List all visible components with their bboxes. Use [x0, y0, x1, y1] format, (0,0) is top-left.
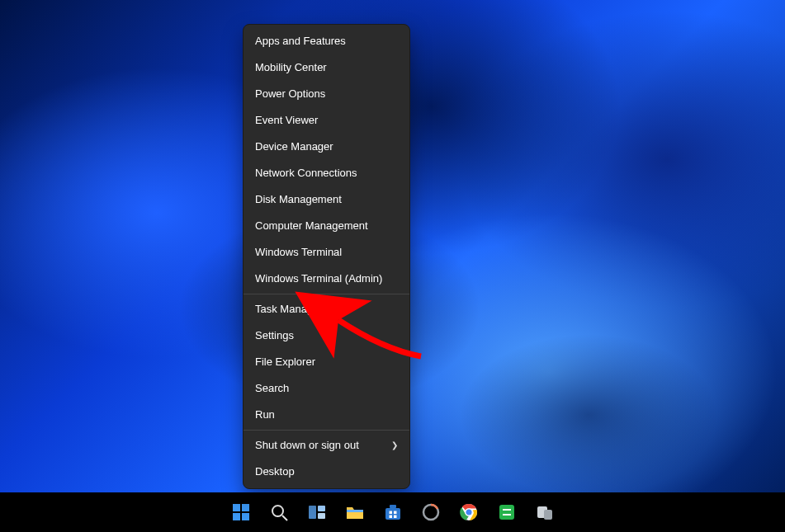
svg-rect-15: [394, 516, 397, 519]
ctx-item-label: Disk Management: [255, 193, 342, 205]
ctx-item-label: Network Connections: [255, 167, 357, 179]
ctx-item-windows-terminal-admin[interactable]: Windows Terminal (Admin): [244, 266, 409, 292]
ctx-item-label: Desktop: [255, 465, 295, 478]
ctx-separator: [244, 294, 409, 294]
ctx-item-label: Settings: [255, 329, 294, 341]
ctx-item-run[interactable]: Run: [244, 402, 409, 428]
svg-rect-20: [499, 505, 514, 520]
svg-rect-1: [242, 504, 249, 511]
ctx-item-apps-and-features[interactable]: Apps and Features: [244, 28, 409, 54]
ctx-item-event-viewer[interactable]: Event Viewer: [244, 107, 409, 134]
ctx-item-label: Apps and Features: [255, 35, 346, 47]
svg-point-4: [272, 506, 283, 516]
app-generic-3-icon[interactable]: [534, 501, 556, 523]
search-icon[interactable]: [268, 501, 290, 523]
ctx-item-computer-management[interactable]: Computer Management: [244, 213, 409, 239]
ctx-item-label: Event Viewer: [255, 114, 318, 126]
ctx-item-search[interactable]: Search: [244, 375, 409, 402]
svg-rect-2: [233, 513, 240, 520]
svg-rect-8: [318, 513, 325, 519]
svg-rect-14: [389, 516, 392, 519]
svg-rect-22: [503, 514, 511, 516]
ctx-item-task-manager[interactable]: Task Manager: [244, 296, 409, 322]
svg-rect-10: [385, 508, 400, 520]
ctx-item-device-manager[interactable]: Device Manager: [244, 134, 409, 160]
task-view-icon[interactable]: [306, 501, 328, 523]
ctx-item-label: Windows Terminal (Admin): [255, 272, 382, 285]
ctx-item-settings[interactable]: Settings: [244, 322, 409, 349]
start-icon[interactable]: [230, 501, 252, 523]
ctx-item-label: Windows Terminal: [255, 246, 342, 258]
svg-rect-21: [503, 509, 511, 511]
ctx-item-label: Device Manager: [255, 140, 333, 153]
ctx-item-mobility-center[interactable]: Mobility Center: [244, 54, 409, 81]
svg-rect-12: [389, 511, 392, 515]
ctx-item-windows-terminal[interactable]: Windows Terminal: [244, 239, 409, 266]
ctx-item-network-connections[interactable]: Network Connections: [244, 160, 409, 186]
chrome-icon[interactable]: [458, 501, 480, 523]
ctx-item-label: File Explorer: [255, 355, 315, 368]
winx-context-menu: Apps and Features Mobility Center Power …: [243, 24, 410, 489]
svg-rect-3: [242, 513, 249, 520]
ctx-item-label: Mobility Center: [255, 61, 327, 73]
microsoft-store-icon[interactable]: [382, 501, 404, 523]
svg-line-5: [282, 516, 287, 520]
ctx-item-shut-down-or-sign-out[interactable]: Shut down or sign out ❯: [244, 432, 409, 459]
ctx-separator: [244, 430, 409, 431]
svg-rect-7: [318, 506, 325, 511]
app-generic-1-icon[interactable]: [420, 501, 442, 523]
ctx-item-label: Run: [255, 408, 275, 421]
ctx-item-label: Search: [255, 382, 289, 394]
app-generic-2-icon[interactable]: [496, 501, 518, 523]
ctx-item-label: Task Manager: [255, 303, 323, 315]
file-explorer-icon[interactable]: [344, 501, 366, 523]
ctx-item-label: Shut down or sign out: [255, 439, 359, 451]
ctx-item-label: Power Options: [255, 87, 325, 100]
ctx-item-disk-management[interactable]: Disk Management: [244, 186, 409, 213]
ctx-item-desktop[interactable]: Desktop: [244, 459, 409, 485]
ctx-item-file-explorer[interactable]: File Explorer: [244, 349, 409, 375]
taskbar: [0, 492, 785, 532]
svg-rect-11: [390, 505, 396, 508]
ctx-item-label: Computer Management: [255, 219, 368, 232]
svg-rect-0: [233, 504, 240, 511]
chevron-right-icon: ❯: [391, 432, 398, 459]
svg-rect-13: [394, 511, 397, 515]
svg-rect-9: [347, 510, 363, 512]
svg-rect-24: [544, 510, 552, 520]
svg-rect-6: [309, 506, 316, 519]
ctx-item-power-options[interactable]: Power Options: [244, 81, 409, 107]
